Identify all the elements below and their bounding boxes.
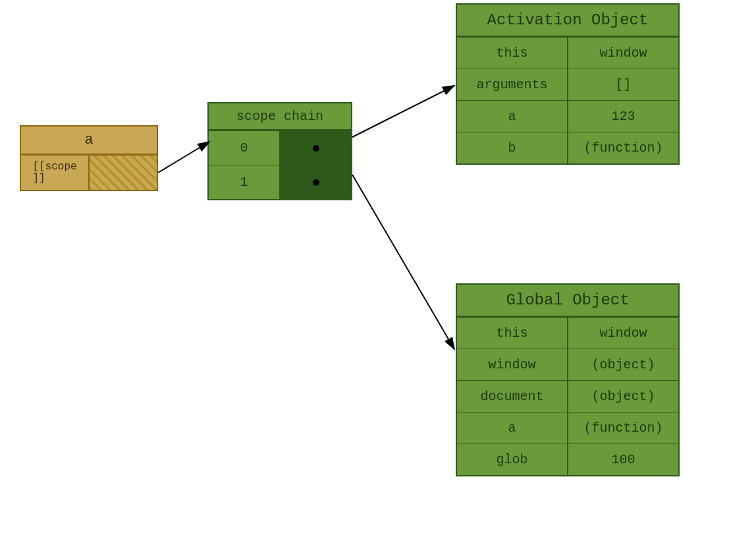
function-box-title: a — [21, 127, 157, 155]
arrow-scope1-to-global — [352, 175, 454, 349]
scope-chain-box: scope chain 0 1 — [207, 102, 352, 200]
scope-chain-index-0: 0 — [209, 131, 281, 165]
activation-key-2: a — [457, 101, 568, 132]
global-val-0: window — [568, 318, 678, 349]
global-key-0: this — [457, 318, 568, 349]
activation-val-2: 123 — [568, 101, 678, 132]
global-object-table: Global Object this window window (object… — [456, 283, 680, 476]
scope-chain-row-1: 1 — [209, 165, 351, 199]
global-key-4: glob — [457, 444, 568, 475]
activation-key-1: arguments — [457, 69, 568, 100]
activation-row-0: this window — [457, 37, 678, 69]
global-row-2: document (object) — [457, 380, 678, 412]
activation-row-1: arguments [] — [457, 69, 678, 100]
activation-val-1: [] — [568, 69, 678, 100]
function-box-scope-pointer — [90, 156, 157, 190]
scope-chain-pointer-1 — [281, 165, 351, 199]
activation-key-0: this — [457, 38, 568, 69]
global-object-title: Global Object — [457, 285, 678, 317]
activation-row-2: a 123 — [457, 100, 678, 132]
scope-chain-pointer-0 — [281, 131, 351, 165]
activation-row-3: b (function) — [457, 132, 678, 163]
arrow-scope0-to-activation — [352, 86, 454, 137]
scope-chain-index-1: 1 — [209, 165, 281, 199]
global-val-1: (object) — [568, 349, 678, 380]
global-key-2: document — [457, 381, 568, 412]
activation-object-table: Activation Object this window arguments … — [456, 3, 680, 165]
function-box: a [[scope]] — [20, 125, 158, 191]
global-key-1: window — [457, 349, 568, 380]
activation-val-0: window — [568, 38, 678, 69]
global-val-4: 100 — [568, 444, 678, 475]
function-box-scope-label: [[scope]] — [21, 156, 90, 190]
scope-chain-row-0: 0 — [209, 130, 351, 165]
global-row-0: this window — [457, 317, 678, 349]
function-box-scope-row: [[scope]] — [21, 155, 157, 190]
global-key-3: a — [457, 413, 568, 443]
scope-chain-title: scope chain — [209, 103, 351, 130]
global-val-3: (function) — [568, 413, 678, 443]
global-val-2: (object) — [568, 381, 678, 412]
activation-object-title: Activation Object — [457, 5, 678, 37]
activation-val-3: (function) — [568, 132, 678, 163]
arrow-func-to-scope — [158, 142, 209, 173]
global-row-4: glob 100 — [457, 443, 678, 475]
global-row-3: a (function) — [457, 412, 678, 443]
activation-key-3: b — [457, 132, 568, 163]
global-row-1: window (object) — [457, 349, 678, 380]
